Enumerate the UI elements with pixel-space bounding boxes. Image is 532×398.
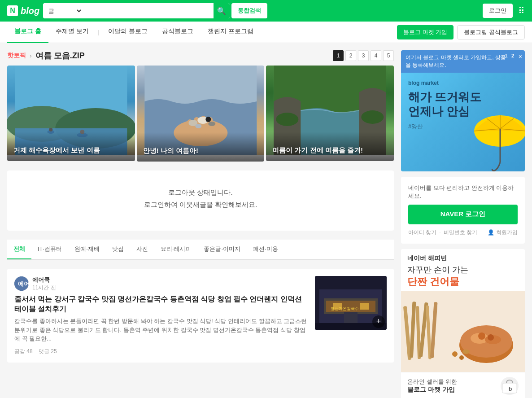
ad-tooltip-text: 여기서 블로그 마켓 셀러로 가입하고, 상품을 등록해보세요. (406, 54, 509, 69)
nav-item-official-blog[interactable]: 공식블로그 (155, 22, 201, 43)
search-category-select[interactable]: 글 블로그명 태그 (43, 3, 83, 18)
page-btn-4[interactable]: 4 (371, 50, 381, 61)
article-comments: 댓글 25 (39, 348, 57, 354)
card-title-3: 여름이 가기 전에 여름을 즐겨! (272, 145, 388, 155)
nav-left: 블로그 홈 주제별 보기 | 이달의 블로그 공식블로그 챌린지 프로그램 (7, 22, 397, 43)
nav-divider-1: | (98, 29, 99, 35)
logo-n-icon: N (7, 5, 18, 16)
svg-point-21 (276, 113, 299, 126)
cat-tab-recipe[interactable]: 요리·레시피 (154, 240, 198, 259)
blog-market-label: blog market (408, 80, 518, 86)
search-button[interactable]: 🔍 (214, 3, 230, 18)
page-btn-3[interactable]: 3 (358, 50, 369, 61)
svg-point-17 (195, 124, 201, 128)
ad-page-2[interactable]: 2 (511, 53, 514, 58)
cat-tab-fashion[interactable]: 패션·미용 (247, 240, 284, 259)
thumbnail-add-button[interactable]: + (372, 315, 385, 328)
hot-topic-label: 핫토픽 (7, 52, 26, 60)
cat-tab-photo[interactable]: 사진 (130, 240, 154, 259)
image-card-1[interactable]: 거제 해수욕장에서 보낸 여름 (7, 66, 135, 161)
login-divider: · (439, 229, 440, 236)
sidebar-login-description: 네이버를 보다 편리하고 안전하게 이용하세요. (408, 184, 518, 200)
article-likes: 공감 48 (14, 348, 33, 354)
svg-point-52 (478, 332, 485, 340)
sidebar-ad2-line2: 단짠 건어물 (407, 275, 519, 289)
nav-item-monthly-blog[interactable]: 이달의 블로그 (101, 22, 155, 43)
logout-text-line2: 로그인하여 이웃새글을 확인해보세요. (16, 201, 385, 209)
sidebar: 여기서 블로그 마켓 셀러로 가입하고, 상품을 등록해보세요. × 1 2 b… (401, 50, 525, 398)
logout-text-line1: 로그아웃 상태입니다. (16, 188, 385, 197)
umbrella-svg (473, 104, 525, 171)
svg-point-5 (49, 128, 52, 131)
signup-area: 👤 회원가입 (488, 229, 518, 236)
sidebar-ad2-image (401, 291, 525, 372)
article-time: 11시간 전 (32, 284, 56, 292)
sidebar-ad-banner: 여기서 블로그 마켓 셀러로 가입하고, 상품을 등록해보세요. × 1 2 b… (401, 50, 525, 171)
blogring-official-button[interactable]: 블로그링 공식블로그 (457, 25, 525, 39)
svg-text:b: b (509, 386, 512, 392)
sidebar-login: 네이버를 보다 편리하고 안전하게 이용하세요. NAVER 로그인 아이디 찾… (401, 177, 525, 244)
sidebar-ad2: 네이버 해피빈 자꾸만 손이 가는 단짠 건어물 (401, 249, 525, 398)
card-overlay-1: 거제 해수욕장에서 보낸 여름 (7, 132, 135, 161)
search-input[interactable] (83, 3, 214, 18)
article-title[interactable]: 줄서서 먹는 강서구 칼국수 맛집 명선가온칼국수 등촌역점 식당 창업 필수 … (14, 294, 308, 315)
author-name-text: 에어쿡 (32, 276, 56, 284)
naver-login-button[interactable]: NAVER 로그인 (408, 205, 518, 224)
sidebar-ad2-footer-text: 온라인 셀러를 위한 블로그 마켓 가입 (407, 378, 457, 394)
article-excerpt: 칼국수를 좋아하시는 분들이라면 꼭 한번 방문해 봐야 하는 칼국수 맛집 식… (14, 317, 308, 343)
login-find-links: 아이디 찾기 · 비밀번호 찾기 (408, 229, 477, 236)
svg-point-22 (362, 110, 384, 124)
page-btn-1[interactable]: 1 (333, 50, 344, 61)
ad-main-text-line1: 해가 뜨거워도 (408, 90, 518, 105)
article-thumbnail[interactable]: 명선가온칼국수 + (315, 276, 387, 330)
logo-text: blog (21, 6, 39, 16)
ad-pagination: 1 2 (505, 53, 514, 58)
find-id-link[interactable]: 아이디 찾기 (408, 229, 436, 236)
cat-tab-restaurant[interactable]: 맛집 (106, 240, 130, 259)
svg-text:명선가온칼국수: 명선가온칼국수 (331, 306, 359, 311)
cat-tab-garden[interactable]: 원예·재배 (68, 240, 106, 259)
breadcrumb-arrow: › (30, 52, 32, 59)
footer-line2: 블로그 마켓 가입 (407, 386, 457, 394)
search-wrapper: 글 블로그명 태그 🔍 통합검색 (43, 3, 267, 18)
cat-tab-it[interactable]: IT·컴퓨터 (31, 240, 68, 259)
nav-item-challenge[interactable]: 챌린지 프로그램 (201, 22, 261, 43)
article-stats: 공감 48 댓글 25 (14, 348, 308, 355)
card-title-1: 거제 해수욕장에서 보낸 여름 (13, 145, 129, 155)
page-btn-5[interactable]: 5 (383, 50, 394, 61)
nav-item-blog-home[interactable]: 블로그 홈 (7, 22, 48, 43)
login-button[interactable]: 로그인 (483, 4, 513, 18)
nav-item-by-topic[interactable]: 주제별 보기 (48, 22, 96, 43)
blog-market-join-button[interactable]: 블로그 마켓 가입 (397, 25, 454, 39)
signup-link[interactable]: 회원가입 (496, 229, 518, 236)
header-right: 로그인 ⠿ (483, 4, 525, 18)
signup-icon: 👤 (488, 229, 494, 236)
find-pw-link[interactable]: 비밀번호 찾기 (444, 229, 477, 236)
nav-right: 블로그 마켓 가입 블로그링 공식블로그 (397, 25, 525, 39)
cat-tab-all[interactable]: 전체 (7, 240, 31, 259)
card-overlay-2: 안녕! 나의 여름아! (137, 132, 265, 162)
card-title-2: 안녕! 나의 여름아! (143, 146, 258, 155)
login-sub-links: 아이디 찾기 · 비밀번호 찾기 👤 회원가입 (408, 229, 518, 236)
blog-market-icon: b (501, 377, 519, 395)
logo[interactable]: N blog (7, 5, 39, 16)
integrated-search-button[interactable]: 통합검색 (231, 3, 267, 18)
nav: 블로그 홈 주제별 보기 | 이달의 블로그 공식블로그 챌린지 프로그램 블로… (0, 22, 532, 43)
image-card-2[interactable]: 안녕! 나의 여름아! (137, 66, 265, 162)
grid-icon[interactable]: ⠿ (518, 5, 525, 16)
footer-line1: 온라인 셀러를 위한 (407, 378, 457, 386)
svg-point-55 (459, 355, 464, 360)
sidebar-ad2-line1: 자꾸만 손이 가는 (407, 264, 519, 275)
svg-point-53 (488, 334, 494, 341)
cat-tab-goodwriting[interactable]: 좋은글·이미지 (197, 240, 247, 259)
ad-image-area: blog market 해가 뜨거워도 언제나 안심 #양산 (401, 73, 525, 171)
svg-rect-30 (360, 303, 369, 310)
svg-text:에어: 에어 (18, 280, 29, 287)
image-card-3[interactable]: 여름이 가기 전에 여름을 즐겨! (266, 66, 394, 161)
page-btn-2[interactable]: 2 (345, 50, 356, 61)
ad-page-1[interactable]: 1 (505, 53, 508, 58)
ad-close-button[interactable]: × (519, 53, 522, 60)
sidebar-ad2-title: 자꾸만 손이 가는 단짠 건어물 (401, 264, 525, 291)
header: N blog 글 블로그명 태그 🔍 통합검색 로그인 ⠿ (0, 0, 532, 22)
main-container: 핫토픽 › 여름 모음.ZIP 1 2 3 4 5 (0, 43, 532, 398)
